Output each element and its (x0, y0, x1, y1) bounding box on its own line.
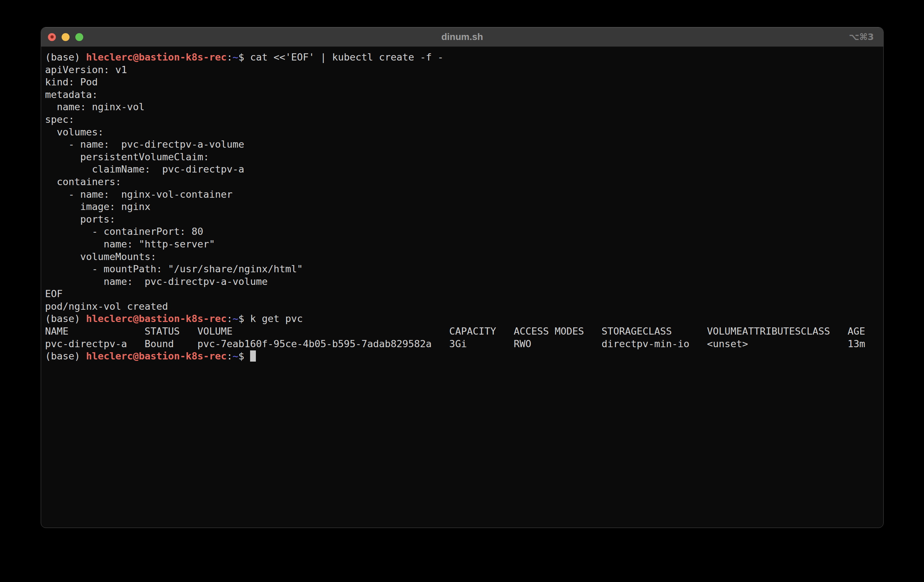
terminal-segment: spec: (45, 114, 74, 125)
terminal-segment: apiVersion: v1 (45, 64, 127, 75)
terminal-segment: name: pvc-directpv-a-volume (45, 276, 268, 287)
terminal-segment-cursor (250, 350, 256, 362)
terminal-output[interactable]: (base) hleclerc@bastion-k8s-rec:~$ cat <… (41, 47, 883, 367)
terminal-line: ports: (45, 213, 879, 226)
terminal-line: metadata: (45, 89, 879, 101)
terminal-line: (base) hleclerc@bastion-k8s-rec:~$ k get… (45, 312, 879, 325)
terminal-segment: (base) (45, 350, 86, 362)
terminal-segment: - containerPort: 80 (45, 226, 203, 237)
terminal-line: pvc-directpv-a Bound pvc-7eab160f-95ce-4… (45, 338, 879, 350)
terminal-segment: persistentVolumeClaim: (45, 151, 209, 163)
terminal-segment: pod/nginx-vol created (45, 301, 168, 312)
terminal-line: persistentVolumeClaim: (45, 151, 879, 163)
terminal-segment: EOF (45, 288, 63, 299)
terminal-segment: cat <<'EOF' | kubectl create -f - (250, 51, 443, 62)
terminal-segment-user: hleclerc@bastion-k8s-rec (86, 51, 227, 62)
terminal-segment: name: nginx-vol (45, 101, 145, 112)
minimize-button[interactable] (62, 33, 69, 41)
terminal-segment: (base) (45, 313, 86, 324)
terminal-line: pod/nginx-vol created (45, 300, 879, 313)
terminal-segment: $ (238, 51, 250, 62)
terminal-segment: $ (238, 350, 250, 362)
terminal-segment: claimName: pvc-directpv-a (45, 163, 244, 175)
edited-indicator-dot (50, 35, 54, 39)
terminal-line: kind: Pod (45, 76, 879, 89)
terminal-line: EOF (45, 288, 879, 300)
terminal-line: spec: (45, 113, 879, 126)
terminal-line: - name: pvc-directpv-a-volume (45, 138, 879, 151)
terminal-segment: $ (238, 313, 250, 324)
terminal-line: (base) hleclerc@bastion-k8s-rec:~$ (45, 350, 879, 363)
terminal-segment: NAME STATUS VOLUME CAPACITY ACCESS MODES… (45, 326, 865, 337)
terminal-line: volumeMounts: (45, 251, 879, 263)
terminal-segment: volumeMounts: (45, 251, 157, 262)
terminal-segment: metadata: (45, 89, 98, 100)
zoom-button[interactable] (75, 33, 83, 41)
terminal-segment-user: hleclerc@bastion-k8s-rec (86, 350, 227, 362)
terminal-line: (base) hleclerc@bastion-k8s-rec:~$ cat <… (45, 51, 879, 64)
terminal-line: NAME STATUS VOLUME CAPACITY ACCESS MODES… (45, 325, 879, 338)
terminal-segment-home: ~ (233, 51, 238, 62)
terminal-segment: image: nginx (45, 201, 151, 212)
terminal-segment: containers: (45, 176, 121, 187)
terminal-line: name: "http-server" (45, 238, 879, 251)
terminal-segment: : (227, 51, 233, 62)
terminal-segment: : (227, 350, 233, 362)
terminal-segment: ports: (45, 214, 116, 225)
terminal-segment: kind: Pod (45, 76, 98, 87)
terminal-segment: (base) (45, 51, 86, 62)
terminal-segment: - name: nginx-vol-container (45, 189, 233, 200)
terminal-segment: k get pvc (250, 313, 303, 324)
titlebar[interactable]: dinum.sh ⌥⌘3 (41, 27, 883, 47)
terminal-window: dinum.sh ⌥⌘3 (base) hleclerc@bastion-k8s… (41, 27, 884, 528)
terminal-line: name: nginx-vol (45, 101, 879, 113)
terminal-line: - mountPath: "/usr/share/nginx/html" (45, 263, 879, 276)
terminal-line: claimName: pvc-directpv-a (45, 163, 879, 176)
terminal-segment: - name: pvc-directpv-a-volume (45, 139, 244, 150)
terminal-segment-user: hleclerc@bastion-k8s-rec (86, 313, 227, 324)
terminal-segment: : (227, 313, 233, 324)
terminal-segment: name: "http-server" (45, 238, 215, 250)
terminal-line: - containerPort: 80 (45, 225, 879, 238)
terminal-line: volumes: (45, 126, 879, 139)
terminal-segment-home: ~ (233, 313, 238, 324)
terminal-segment: - mountPath: "/usr/share/nginx/html" (45, 263, 303, 275)
traffic-lights (48, 27, 83, 46)
terminal-line: - name: nginx-vol-container (45, 188, 879, 201)
terminal-line: containers: (45, 176, 879, 188)
terminal-segment: pvc-directpv-a Bound pvc-7eab160f-95ce-4… (45, 338, 865, 349)
tab-shortcut-badge: ⌥⌘3 (849, 32, 874, 42)
terminal-segment: volumes: (45, 127, 104, 138)
terminal-line: name: pvc-directpv-a-volume (45, 276, 879, 288)
terminal-line: apiVersion: v1 (45, 64, 879, 76)
terminal-segment-home: ~ (233, 350, 238, 362)
window-title: dinum.sh (41, 31, 883, 43)
terminal-line: image: nginx (45, 201, 879, 213)
close-button[interactable] (48, 33, 56, 41)
